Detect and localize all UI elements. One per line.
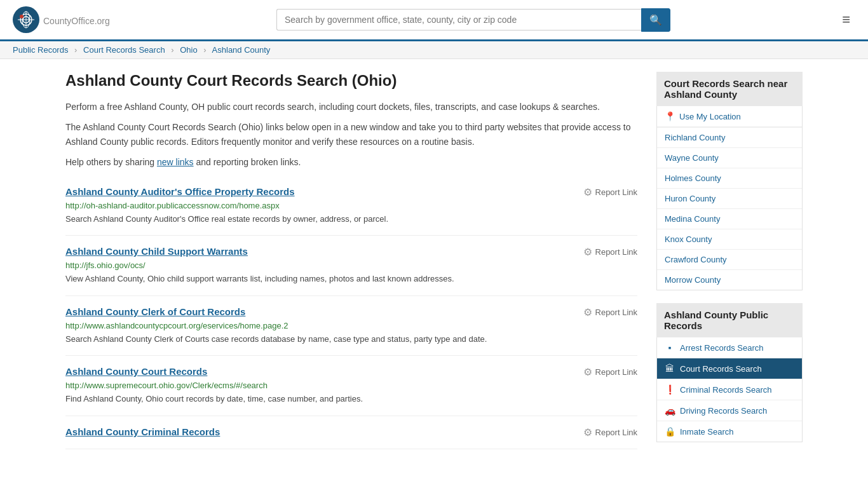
breadcrumb-court-records[interactable]: Court Records Search: [83, 45, 165, 55]
report-link[interactable]: ⚙ Report Link: [583, 426, 637, 438]
report-icon: ⚙: [583, 306, 592, 318]
result-header: Ashland County Criminal Records ⚙ Report…: [65, 426, 637, 438]
search-icon: 🔍: [649, 15, 662, 25]
breadcrumb-public-records[interactable]: Public Records: [13, 45, 68, 55]
pubrecords-list: ▪ Arrest Records Search 🏛 Court Records …: [656, 337, 803, 442]
result-title-link[interactable]: Ashland County Criminal Records: [65, 426, 220, 437]
result-title-link[interactable]: Ashland County Auditor's Office Property…: [65, 186, 295, 197]
report-icon: ⚙: [583, 246, 592, 258]
intro-paragraph-3: Help others by sharing new links and rep…: [65, 155, 637, 169]
logo-name: CountyOffice.org: [43, 13, 110, 27]
report-icon: ⚙: [583, 426, 592, 438]
inmate-search-link[interactable]: 🔒 Inmate Search: [657, 421, 802, 442]
result-item: Ashland County Clerk of Court Records ⚙ …: [65, 296, 637, 356]
logo[interactable]: CountyOffice.org: [13, 6, 110, 33]
list-item: Knox County: [657, 229, 802, 250]
result-url[interactable]: http://oh-ashland-auditor.publicaccessno…: [65, 201, 637, 210]
pubrecords-item: 🚗 Driving Records Search: [657, 400, 802, 421]
sidebar: Court Records Search near Ashland County…: [656, 72, 803, 455]
report-link[interactable]: ⚙ Report Link: [583, 186, 637, 198]
criminal-icon: ❗: [665, 384, 675, 395]
result-description: Search Ashland County Auditor's Office r…: [65, 213, 637, 226]
pubrecords-item: ▪ Arrest Records Search: [657, 337, 802, 358]
result-header: Ashland County Clerk of Court Records ⚙ …: [65, 306, 637, 318]
new-links-link[interactable]: new links: [157, 157, 194, 167]
breadcrumb-ohio[interactable]: Ohio: [180, 45, 197, 55]
breadcrumb: Public Records › Court Records Search › …: [0, 41, 868, 59]
main-container: Ashland County Court Records Search (Ohi…: [53, 59, 815, 468]
pubrecords-item: ❗ Criminal Records Search: [657, 379, 802, 400]
result-description: Find Ashland County, Ohio court records …: [65, 393, 637, 405]
search-input[interactable]: [276, 9, 641, 30]
hamburger-icon: ≡: [842, 11, 850, 27]
nearby-county-crawford[interactable]: Crawford County: [657, 250, 802, 269]
pubrecords-item: 🏛 Court Records Search: [657, 358, 802, 379]
nearby-county-richland[interactable]: Richland County: [657, 128, 802, 147]
result-header: Ashland County Auditor's Office Property…: [65, 186, 637, 198]
result-item: Ashland County Criminal Records ⚙ Report…: [65, 416, 637, 449]
search-button[interactable]: 🔍: [641, 8, 670, 32]
result-url[interactable]: http://www.ashlandcountycpcourt.org/eser…: [65, 321, 637, 330]
pubrecords-item: 🔒 Inmate Search: [657, 421, 802, 442]
intro-paragraph-2: The Ashland County Court Records Search …: [65, 120, 637, 149]
menu-button[interactable]: ≡: [837, 9, 855, 30]
nearby-section: Court Records Search near Ashland County…: [656, 72, 803, 290]
nearby-county-medina[interactable]: Medina County: [657, 209, 802, 229]
result-title-link[interactable]: Ashland County Child Support Warrants: [65, 246, 248, 257]
criminal-records-link[interactable]: ❗ Criminal Records Search: [657, 379, 802, 400]
search-area: 🔍: [276, 8, 670, 32]
result-header: Ashland County Child Support Warrants ⚙ …: [65, 246, 637, 258]
nearby-county-holmes[interactable]: Holmes County: [657, 168, 802, 188]
inmate-icon: 🔒: [665, 426, 675, 437]
pubrecords-title: Ashland County Public Records: [656, 303, 803, 337]
result-item: Ashland County Child Support Warrants ⚙ …: [65, 236, 637, 296]
report-link[interactable]: ⚙ Report Link: [583, 306, 637, 318]
list-item: Huron County: [657, 189, 802, 209]
driving-records-link[interactable]: 🚗 Driving Records Search: [657, 400, 802, 421]
result-url[interactable]: http://jfs.ohio.gov/ocs/: [65, 261, 637, 270]
result-title-link[interactable]: Ashland County Clerk of Court Records: [65, 306, 245, 317]
nearby-title: Court Records Search near Ashland County: [656, 72, 803, 106]
breadcrumb-sep-1: ›: [74, 45, 77, 55]
nearby-county-knox[interactable]: Knox County: [657, 229, 802, 249]
list-item: Holmes County: [657, 168, 802, 189]
use-location-item[interactable]: 📍 Use My Location: [657, 106, 802, 128]
arrest-records-link[interactable]: ▪ Arrest Records Search: [657, 337, 802, 358]
result-url[interactable]: http://www.supremecourt.ohio.gov/Clerk/e…: [65, 381, 637, 390]
nearby-county-wayne[interactable]: Wayne County: [657, 148, 802, 168]
result-description: Search Ashland County Clerk of Courts ca…: [65, 333, 637, 346]
result-header: Ashland County Court Records ⚙ Report Li…: [65, 366, 637, 378]
list-item: Wayne County: [657, 148, 802, 168]
court-icon: 🏛: [665, 363, 675, 374]
driving-icon: 🚗: [665, 405, 675, 416]
list-item: Medina County: [657, 209, 802, 229]
result-title-link[interactable]: Ashland County Court Records: [65, 366, 207, 377]
logo-icon: [13, 6, 39, 33]
list-item: Morrow County: [657, 270, 802, 290]
list-item: Crawford County: [657, 250, 802, 270]
content-area: Ashland County Court Records Search (Ohi…: [65, 72, 637, 455]
report-icon: ⚙: [583, 366, 592, 378]
page-title: Ashland County Court Records Search (Ohi…: [65, 72, 637, 90]
result-item: Ashland County Court Records ⚙ Report Li…: [65, 356, 637, 416]
pin-icon: 📍: [665, 111, 675, 121]
court-records-link[interactable]: 🏛 Court Records Search: [657, 358, 802, 379]
nearby-county-list: 📍 Use My Location Richland County Wayne …: [656, 106, 803, 290]
breadcrumb-sep-2: ›: [171, 45, 173, 55]
nearby-county-huron[interactable]: Huron County: [657, 189, 802, 208]
pubrecords-section: Ashland County Public Records ▪ Arrest R…: [656, 303, 803, 442]
report-icon: ⚙: [583, 186, 592, 198]
breadcrumb-sep-3: ›: [203, 45, 206, 55]
svg-point-6: [20, 15, 24, 18]
breadcrumb-ashland[interactable]: Ashland County: [212, 45, 271, 55]
arrest-icon: ▪: [665, 342, 675, 353]
result-description: View Ashland County, Ohio child support …: [65, 273, 637, 285]
result-item: Ashland County Auditor's Office Property…: [65, 176, 637, 236]
list-item: Richland County: [657, 128, 802, 148]
report-link[interactable]: ⚙ Report Link: [583, 246, 637, 258]
use-location-link[interactable]: 📍 Use My Location: [657, 106, 802, 127]
site-header: CountyOffice.org 🔍 ≡: [0, 0, 868, 41]
intro-paragraph-1: Perform a free Ashland County, OH public…: [65, 100, 637, 114]
nearby-county-morrow[interactable]: Morrow County: [657, 270, 802, 290]
report-link[interactable]: ⚙ Report Link: [583, 366, 637, 378]
